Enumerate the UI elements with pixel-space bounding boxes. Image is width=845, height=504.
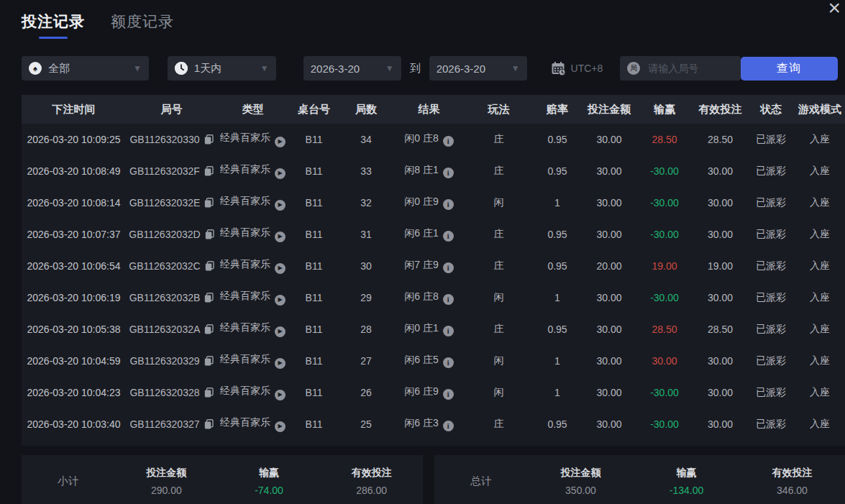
tab-quota-records[interactable]: 额度记录 — [111, 12, 174, 39]
info-icon[interactable]: i — [443, 136, 454, 147]
round-id-icon: 局 — [627, 62, 640, 75]
play-icon[interactable]: ▶ — [275, 326, 286, 337]
column-header: 玩法 — [465, 95, 532, 124]
date-range-to-label: 到 — [410, 62, 421, 75]
copy-icon[interactable] — [205, 229, 214, 239]
play-icon[interactable]: ▶ — [275, 200, 286, 211]
total-panel: 总计 投注金额 350.00 输赢 -134.00 有效投注 346.00 — [434, 455, 845, 504]
table-number-cell: B11 — [288, 187, 339, 219]
result-cell: 闲6 庄9i — [393, 377, 465, 408]
copy-icon[interactable] — [205, 261, 214, 271]
tab-betting-records[interactable]: 投注记录 — [22, 12, 85, 39]
game-mode-cell: 入座 — [795, 345, 845, 377]
valid-bet-cell: 19.00 — [693, 250, 747, 282]
play-icon[interactable]: ▶ — [275, 421, 286, 432]
info-icon[interactable]: i — [443, 326, 454, 336]
chevron-down-icon: ▼ — [260, 63, 269, 73]
info-icon[interactable]: i — [443, 199, 454, 210]
bet-amount-cell: 30.00 — [583, 155, 636, 187]
column-header: 游戏模式 — [795, 95, 845, 124]
date-to-select[interactable]: 2026-3-20 ▼ — [429, 56, 527, 81]
play-icon[interactable]: ▶ — [275, 390, 286, 400]
game-type-cell: 经典百家乐▶ — [217, 250, 288, 282]
valid-bet-cell: 28.50 — [693, 313, 747, 345]
info-icon[interactable]: i — [443, 262, 454, 273]
info-icon[interactable]: i — [443, 389, 454, 400]
play-icon[interactable]: ▶ — [275, 358, 286, 369]
winloss-cell: -30.00 — [636, 377, 693, 408]
bet-time-cell: 2026-03-20 10:07:37 — [22, 219, 126, 250]
table-number-cell: B11 — [288, 345, 339, 377]
table-number-cell: B11 — [288, 124, 339, 155]
copy-icon[interactable] — [204, 356, 214, 366]
clock-icon — [175, 62, 188, 75]
valid-bet-cell: 28.50 — [693, 124, 747, 155]
info-icon[interactable]: i — [443, 294, 454, 305]
bet-time-cell: 2026-03-20 10:04:23 — [22, 377, 126, 408]
subtotal-bet-group: 投注金额 290.00 — [115, 467, 218, 496]
result-cell: 闲6 庄8i — [393, 282, 465, 313]
play-icon[interactable]: ▶ — [275, 263, 286, 274]
copy-icon[interactable] — [204, 166, 214, 176]
info-icon[interactable]: i — [443, 168, 454, 178]
play-type-cell: 闲 — [465, 345, 532, 377]
copy-icon[interactable] — [204, 324, 214, 334]
round-id-cell: GB1126320329 — [126, 345, 217, 377]
total-valid-value: 346.00 — [777, 485, 808, 496]
time-range-select[interactable]: 1天内 ▼ — [168, 56, 276, 81]
table-row: 2026-03-20 10:04:59GB1126320329经典百家乐▶B11… — [22, 345, 845, 377]
play-icon[interactable]: ▶ — [275, 168, 286, 179]
status-cell: 已派彩 — [747, 408, 795, 440]
subtotal-valid-label: 有效投注 — [352, 467, 392, 480]
game-type-cell: 经典百家乐▶ — [217, 155, 288, 187]
subtotal-valid-value: 286.00 — [356, 485, 387, 496]
round-id-cell: GB1126320330 — [126, 124, 217, 155]
bet-amount-cell: 30.00 — [583, 377, 636, 408]
valid-bet-cell: 30.00 — [693, 345, 747, 377]
copy-icon[interactable] — [204, 419, 214, 429]
summary-bar: 小计 投注金额 290.00 输赢 -74.00 有效投注 286.00 总计 … — [22, 455, 845, 504]
winloss-cell: 28.50 — [636, 313, 693, 345]
odds-cell: 1 — [532, 345, 583, 377]
table-number-cell: B11 — [288, 219, 339, 250]
play-icon[interactable]: ▶ — [275, 137, 286, 147]
valid-bet-cell: 30.00 — [693, 408, 747, 440]
round-number-input[interactable] — [647, 62, 734, 75]
winloss-cell: 28.50 — [636, 124, 693, 155]
timezone-display[interactable]: UTC+8 — [550, 60, 603, 76]
close-icon[interactable]: × — [828, 0, 841, 19]
play-icon[interactable]: ▶ — [275, 295, 286, 306]
records-table: 下注时间局号类型桌台号局数结果玩法赔率投注金额输赢有效投注状态游戏模式 2026… — [22, 95, 845, 446]
bet-time-cell: 2026-03-20 10:09:25 — [22, 124, 126, 155]
info-icon[interactable]: i — [443, 231, 454, 242]
play-icon[interactable]: ▶ — [275, 232, 286, 242]
date-from-value: 2026-3-20 — [311, 63, 381, 75]
game-type-cell: 经典百家乐▶ — [217, 408, 288, 440]
copy-icon[interactable] — [204, 134, 214, 145]
copy-icon[interactable] — [204, 388, 214, 398]
status-cell: 已派彩 — [747, 345, 795, 377]
copy-icon[interactable] — [204, 198, 214, 208]
subtotal-label: 小计 — [22, 475, 115, 488]
date-to-value: 2026-3-20 — [437, 63, 507, 75]
play-type-cell: 庄 — [465, 155, 532, 187]
info-icon[interactable]: i — [443, 421, 454, 431]
bet-amount-cell: 20.00 — [583, 250, 636, 282]
subtotal-bet-label: 投注金额 — [146, 467, 186, 480]
round-count-cell: 34 — [339, 124, 393, 155]
info-icon[interactable]: i — [443, 357, 454, 368]
game-type-cell: 经典百家乐▶ — [217, 219, 288, 250]
odds-cell: 0.95 — [532, 313, 583, 345]
copy-icon[interactable] — [204, 293, 214, 303]
date-from-select[interactable]: 2026-3-20 ▼ — [303, 56, 401, 81]
column-header: 桌台号 — [288, 95, 339, 124]
game-mode-cell: 入座 — [795, 313, 845, 345]
query-button[interactable]: 查询 — [741, 57, 838, 81]
game-type-cell: 经典百家乐▶ — [217, 345, 288, 377]
game-mode-cell: 入座 — [795, 155, 845, 187]
odds-cell: 0.95 — [532, 124, 583, 155]
game-type-select[interactable]: ♠ 全部 ▼ — [22, 56, 149, 81]
winloss-cell: -30.00 — [636, 408, 693, 440]
round-id-cell: GB112632032A — [126, 313, 217, 345]
round-id-cell: GB112632032E — [126, 187, 217, 219]
